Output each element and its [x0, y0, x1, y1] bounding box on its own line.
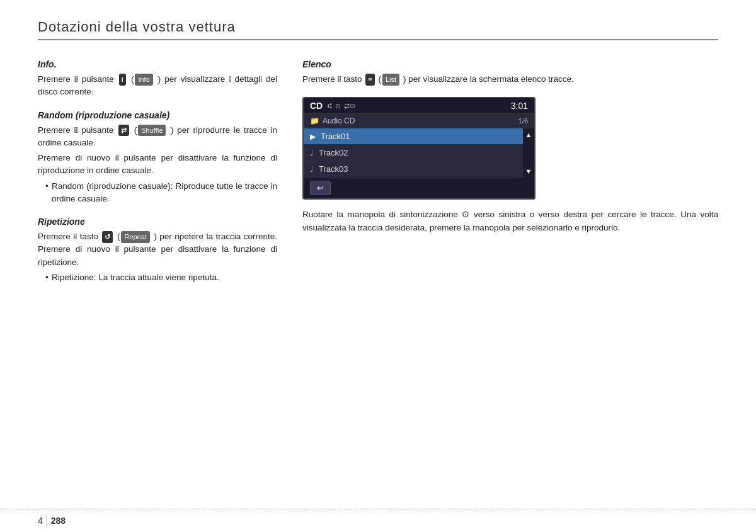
ripetizione-body: Premere il tasto ↺ (Repeat ) per ripeter…: [38, 230, 277, 284]
section-elenco: Elenco Premere il tasto ≡ (List ) per vi…: [302, 59, 718, 86]
random-btn-label: Shuffle: [138, 125, 166, 137]
section-random: Random (riproduzione casuale) Premere il…: [38, 110, 277, 206]
shuffle-icon: ⇄⊙: [344, 102, 355, 110]
page-footer: 4 288: [0, 509, 756, 532]
note-icon-2: ♩: [310, 149, 314, 157]
footer-divider: [47, 514, 47, 527]
elenco-text1: Premere il tasto: [302, 74, 362, 84]
ripetizione-btn-label: Repeat: [121, 231, 149, 243]
cd-time: 3:01: [511, 101, 528, 111]
info-body: Premere il pulsante i (Info ) per visual…: [38, 73, 277, 99]
cd-folder-left: 📁 Audio CD: [310, 116, 355, 125]
footer-section: 4: [38, 516, 43, 526]
cd-source-label: CD: [310, 101, 323, 111]
cd-screen-header: CD ⑆ ⊙ ⇄⊙ 3:01: [304, 98, 534, 114]
random-text1: Premere il pulsante: [38, 125, 113, 135]
track-row-1[interactable]: ▶ Track01: [304, 128, 534, 145]
elenco-description: Ruotare la manopola di sintonizzazione ⊙…: [302, 208, 718, 234]
note-icon-3: ♩: [310, 165, 314, 174]
cd-screen: CD ⑆ ⊙ ⇄⊙ 3:01 📁 Audio CD 1: [302, 97, 536, 200]
left-column: Info. Premere il pulsante i (Info ) per …: [38, 59, 277, 295]
cd-status-icons: ⑆ ⊙ ⇄⊙: [328, 102, 355, 110]
ripetizione-text1-para: Premere il tasto ↺ (Repeat ) per ripeter…: [38, 230, 277, 269]
play-icon-1: ▶: [310, 132, 316, 141]
cd-folder-name: Audio CD: [323, 116, 355, 125]
cd-tracks: ▶ Track01 ♩ Track02 ♩ Track03 ▲ ▼: [304, 128, 534, 178]
random-bullets: Random (riproduzione casuale): Riproduce…: [45, 180, 277, 206]
cd-header-left: CD ⑆ ⊙ ⇄⊙: [310, 101, 355, 111]
page-header: Dotazioni della vostra vettura: [38, 19, 718, 40]
back-button[interactable]: ↩: [310, 181, 331, 195]
random-body: Premere il pulsante ⇄ (Shuffle ) per rip…: [38, 124, 277, 206]
info-title: Info.: [38, 59, 277, 69]
random-btn-icon: ⇄: [118, 125, 129, 137]
info-text1: Premere il pulsante: [38, 74, 114, 84]
info-btn-label: Info: [135, 74, 152, 86]
info-btn-icon: i: [119, 74, 126, 86]
scroll-up-icon[interactable]: ▲: [525, 131, 532, 139]
track-name-2: Track02: [319, 148, 348, 157]
page-container: Dotazioni della vostra vettura Info. Pre…: [0, 0, 756, 532]
cd-back-row: ↩: [304, 178, 534, 198]
elenco-btn-label: List: [382, 74, 399, 86]
scroll-down-icon[interactable]: ▼: [525, 167, 532, 175]
elenco-text2: ) per visualizzare la schermata elenco t…: [403, 74, 574, 84]
track-name-1: Track01: [321, 132, 350, 141]
elenco-text-para: Premere il tasto ≡ (List ) per visualizz…: [302, 73, 718, 86]
random-text3: Premere di nuovo il pulsante per disatti…: [38, 152, 277, 178]
track-row-3[interactable]: ♩ Track03: [304, 161, 534, 178]
disc-icon: ⊙: [335, 102, 341, 110]
ripetizione-bullet-item: Ripetizione: La traccia attuale viene ri…: [45, 271, 277, 284]
ripetizione-bullets: Ripetizione: La traccia attuale viene ri…: [45, 271, 277, 284]
page-title: Dotazioni della vostra vettura: [38, 19, 718, 35]
content-columns: Info. Premere il pulsante i (Info ) per …: [38, 59, 718, 295]
random-title: Random (riproduzione casuale): [38, 110, 277, 120]
random-bullet-item: Random (riproduzione casuale): Riproduce…: [45, 180, 277, 206]
ripetizione-title: Ripetizione: [38, 217, 277, 227]
elenco-body: Premere il tasto ≡ (List ) per visualizz…: [302, 73, 718, 86]
ripetizione-text1: Premere il tasto: [38, 232, 98, 241]
track-count: 1/6: [518, 117, 528, 125]
section-ripetizione: Ripetizione Premere il tasto ↺ (Repeat )…: [38, 217, 277, 284]
track-name-3: Track03: [319, 164, 348, 174]
elenco-desc-text: Ruotare la manopola di sintonizzazione ⊙…: [302, 208, 718, 234]
track-row-2[interactable]: ♩ Track02: [304, 145, 534, 161]
cd-scrollbar: ▲ ▼: [523, 128, 534, 178]
cd-folder-row: 📁 Audio CD 1/6: [304, 114, 534, 128]
right-column: Elenco Premere il tasto ≡ (List ) per vi…: [302, 59, 718, 295]
section-info: Info. Premere il pulsante i (Info ) per …: [38, 59, 277, 99]
bluetooth-icon: ⑆: [328, 102, 332, 110]
elenco-btn-icon: ≡: [365, 74, 374, 86]
ripetizione-btn-icon: ↺: [102, 231, 113, 243]
random-text1-para: Premere il pulsante ⇄ (Shuffle ) per rip…: [38, 124, 277, 150]
elenco-title: Elenco: [302, 59, 718, 69]
footer-page: 288: [51, 516, 66, 526]
info-text: Premere il pulsante i (Info ) per visual…: [38, 73, 277, 99]
folder-icon: 📁: [310, 116, 319, 125]
